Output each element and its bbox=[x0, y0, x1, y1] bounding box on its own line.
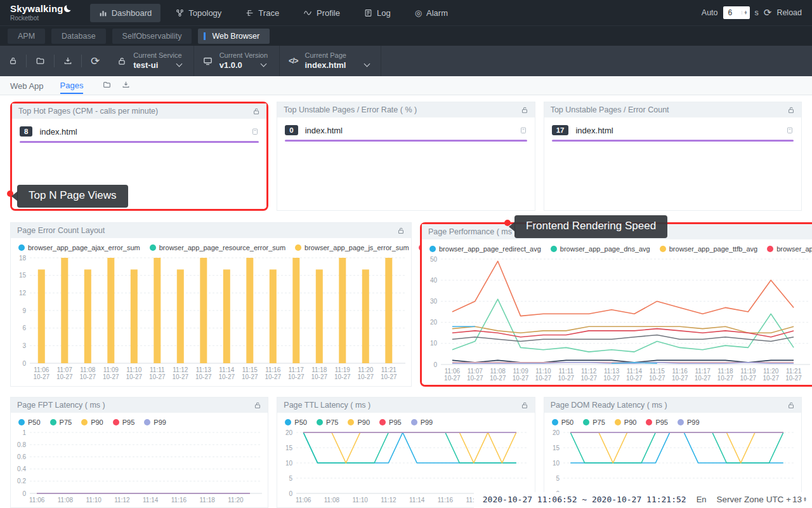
list-item[interactable]: 0 index.html bbox=[277, 117, 534, 135]
current-service-selector[interactable]: Current Service test-ui bbox=[108, 46, 193, 76]
legend-item[interactable]: P50 bbox=[552, 418, 574, 426]
tab-pages[interactable]: Pages bbox=[60, 77, 84, 94]
menu-item-topology[interactable]: Topology bbox=[167, 4, 230, 22]
folder-icon[interactable] bbox=[27, 55, 55, 67]
clipboard-icon[interactable] bbox=[251, 127, 259, 136]
svg-text:3: 3 bbox=[22, 342, 26, 349]
menu-item-alarm[interactable]: ◎ Alarm bbox=[406, 4, 457, 22]
legend-item[interactable]: browser_app_page_ttfb_avg bbox=[660, 245, 757, 253]
download-icon[interactable] bbox=[122, 80, 130, 91]
svg-text:10-27: 10-27 bbox=[763, 375, 779, 382]
menu-item-trace[interactable]: Trace bbox=[237, 4, 288, 22]
legend-dot bbox=[50, 419, 56, 425]
legend-item[interactable]: browser_app_page_dns_avg bbox=[551, 245, 650, 253]
lock-icon[interactable] bbox=[787, 401, 795, 410]
legend-item[interactable]: P75 bbox=[583, 418, 605, 426]
time-range-picker[interactable]: 2020-10-27 11:06:52 ~ 2020-10-27 11:21:5… bbox=[483, 495, 686, 504]
server-zone-control[interactable]: Server Zone UTC +13 ▲▼ bbox=[717, 495, 807, 504]
annotation-tooltip: Frontend Rendering Speed bbox=[514, 215, 667, 238]
legend-item[interactable]: P99 bbox=[144, 418, 166, 426]
svg-text:10-27: 10-27 bbox=[149, 373, 166, 380]
monitor-icon bbox=[203, 57, 213, 66]
lock-icon[interactable] bbox=[787, 106, 795, 114]
menu-item-log[interactable]: Log bbox=[355, 4, 400, 22]
legend-item[interactable]: P99 bbox=[678, 418, 700, 426]
current-version-selector[interactable]: Current Version v1.0.0 bbox=[194, 46, 280, 76]
list-item[interactable]: 8 index.html bbox=[12, 119, 266, 137]
legend-item[interactable]: P90 bbox=[81, 418, 103, 426]
lock-icon[interactable] bbox=[521, 401, 528, 410]
menu-item-profile[interactable]: Profile bbox=[294, 4, 349, 22]
tab-web-browser[interactable]: Web Browser bbox=[198, 29, 270, 44]
card-title: Page DOM Ready Latency ( ms ) bbox=[551, 401, 667, 410]
reload-icon[interactable]: ⟳ bbox=[764, 7, 772, 18]
legend-item[interactable]: browser_app_page_redirect_avg bbox=[429, 245, 541, 253]
legend-item[interactable]: P50 bbox=[18, 418, 41, 426]
legend-item[interactable]: P75 bbox=[50, 418, 72, 426]
clipboard-icon[interactable] bbox=[786, 126, 794, 135]
svg-text:11:13: 11:13 bbox=[196, 366, 212, 373]
brand-logo: Skywalking Rocketbot bbox=[10, 4, 74, 22]
list-item[interactable]: 17 index.html bbox=[544, 117, 801, 135]
chart-legend: browser_app_page_ajax_error_sumbrowser_a… bbox=[11, 238, 411, 253]
lock-icon[interactable] bbox=[0, 55, 27, 67]
svg-text:11:16: 11:16 bbox=[672, 368, 688, 375]
svg-text:11:16: 11:16 bbox=[438, 497, 454, 504]
download-icon[interactable] bbox=[55, 55, 82, 67]
service-label: Current Service bbox=[133, 51, 181, 60]
folder-icon[interactable] bbox=[102, 80, 112, 91]
legend-item[interactable]: browser_app_page_ajax_error_sum bbox=[18, 244, 140, 251]
lock-icon[interactable] bbox=[254, 401, 261, 410]
svg-text:11:15: 11:15 bbox=[242, 366, 258, 373]
reload-button[interactable]: Reload bbox=[776, 8, 802, 17]
legend-item[interactable]: browser_app_page_js_error_sum bbox=[295, 244, 409, 251]
lock-icon[interactable] bbox=[521, 106, 528, 114]
legend-item[interactable]: browser_app_page_resource_error_sum bbox=[150, 244, 285, 251]
svg-text:11:14: 11:14 bbox=[219, 366, 235, 373]
rank-bar bbox=[285, 140, 527, 142]
refresh-icon[interactable]: ⟳ bbox=[82, 55, 108, 67]
tab-database[interactable]: Database bbox=[51, 29, 106, 44]
tab-web-app[interactable]: Web App bbox=[10, 78, 44, 93]
svg-text:11:12: 11:12 bbox=[173, 366, 188, 373]
stepper-arrows[interactable]: ▲▼ bbox=[742, 11, 748, 15]
svg-text:11:06: 11:06 bbox=[296, 497, 311, 504]
tab-selfobservability[interactable]: SelfObservability bbox=[112, 29, 192, 44]
lock-icon[interactable] bbox=[397, 227, 405, 235]
legend-dot bbox=[583, 419, 589, 425]
legend-item[interactable]: P95 bbox=[113, 418, 135, 426]
legend-item[interactable]: P90 bbox=[348, 418, 370, 426]
legend-dot bbox=[411, 419, 417, 425]
page-value: index.html bbox=[304, 60, 346, 70]
legend-item[interactable]: browser_app_page_tcp_avg bbox=[767, 245, 812, 253]
svg-text:11:09: 11:09 bbox=[513, 368, 528, 375]
svg-text:10-27: 10-27 bbox=[740, 375, 757, 382]
svg-text:10-27: 10-27 bbox=[288, 373, 304, 380]
line-chart: 00.20.40.60.8111:0611:0811:1011:1211:141… bbox=[11, 427, 266, 507]
menu-item-dashboard[interactable]: Dashboard bbox=[90, 4, 161, 22]
svg-text:10-27: 10-27 bbox=[626, 375, 643, 382]
legend-item[interactable]: P90 bbox=[615, 418, 637, 426]
language-toggle[interactable]: En bbox=[697, 495, 707, 504]
tab-apm[interactable]: APM bbox=[8, 29, 45, 44]
svg-text:11:08: 11:08 bbox=[80, 366, 96, 373]
svg-text:10-27: 10-27 bbox=[785, 375, 802, 382]
svg-text:0.8: 0.8 bbox=[17, 441, 26, 448]
current-page-selector[interactable]: </> Current Page index.html bbox=[280, 46, 381, 76]
legend-item[interactable]: P95 bbox=[379, 418, 402, 426]
stepper-arrows[interactable]: ▲▼ bbox=[803, 497, 807, 502]
dashboard-icon bbox=[99, 9, 107, 17]
svg-text:9: 9 bbox=[22, 307, 26, 314]
auto-refresh-input[interactable]: 6 ▲▼ bbox=[723, 6, 750, 19]
legend-item[interactable]: P95 bbox=[646, 418, 668, 426]
chart-legend: P50P75P90P95P99 bbox=[277, 413, 534, 427]
legend-item[interactable]: P75 bbox=[317, 418, 339, 426]
legend-dot bbox=[551, 246, 557, 252]
svg-text:11:11: 11:11 bbox=[559, 368, 574, 375]
lock-icon[interactable] bbox=[252, 107, 260, 116]
legend-dot bbox=[144, 419, 150, 425]
svg-text:11:12: 11:12 bbox=[381, 497, 397, 504]
legend-item[interactable]: P99 bbox=[411, 418, 433, 426]
clipboard-icon[interactable] bbox=[520, 126, 527, 135]
legend-item[interactable]: P50 bbox=[285, 418, 307, 426]
